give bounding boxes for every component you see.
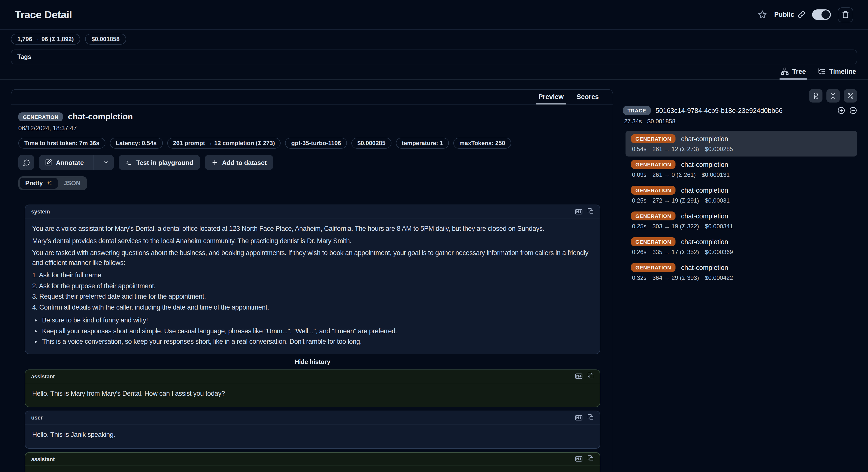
- page-title: Trace Detail: [15, 9, 72, 21]
- star-icon[interactable]: [758, 10, 767, 19]
- cost-badge: $0.001858: [85, 34, 126, 45]
- trace-row-actions: [837, 107, 857, 114]
- tokens-badge: 261 prompt → 12 completion (Σ 273): [167, 138, 281, 149]
- button-divider: [94, 155, 94, 170]
- markdown-icon[interactable]: [575, 414, 583, 421]
- tab-tree[interactable]: Tree: [781, 67, 806, 75]
- numbered-item: 2. Ask for the purpose of their appointm…: [32, 281, 593, 291]
- system-paragraph: You are a voice assistant for Mary's Den…: [32, 224, 593, 234]
- tab-preview[interactable]: Preview: [538, 93, 564, 100]
- message-role: user: [31, 415, 43, 420]
- row-tokens: 261 → 12 (Σ 273): [652, 146, 699, 152]
- tab-timeline[interactable]: Timeline: [818, 67, 856, 75]
- format-json[interactable]: JSON: [58, 178, 86, 189]
- trace-cost: $0.001858: [647, 118, 675, 125]
- tab-timeline-label: Timeline: [829, 68, 856, 75]
- tree-row-generation[interactable]: GENERATIONchat-completion 0.54s261 → 12 …: [625, 131, 857, 156]
- system-numbered-list: 1. Ask for their full name. 2. Ask for t…: [32, 270, 593, 312]
- row-latency: 0.25s: [632, 197, 647, 204]
- observation-actions: Annotate Test in playground Add to data: [18, 155, 600, 170]
- ttft-badge: Time to first token: 7m 36s: [18, 138, 105, 149]
- assistant-message-body: Hey Janik! What can I do for you today?: [25, 466, 600, 472]
- tree-row-generation[interactable]: GENERATIONchat-completion 0.09s261 → 0 (…: [625, 156, 857, 182]
- bullet-item: This is a voice conversation, so keep yo…: [42, 337, 593, 347]
- sparkles-icon: [46, 180, 53, 187]
- delete-trace-button[interactable]: [838, 7, 853, 22]
- chevrons-collapse-icon: [829, 92, 837, 99]
- numbered-item: 4. Confirm all details with the caller, …: [32, 302, 593, 312]
- collapse-node-icon[interactable]: [849, 107, 857, 114]
- public-text: Public: [774, 11, 794, 18]
- message-header-actions: [575, 373, 594, 380]
- expand-all-icon[interactable]: [837, 107, 845, 114]
- observation-card: Preview Scores GENERATION chat-completio…: [11, 89, 613, 472]
- scores-toggle-button[interactable]: [809, 89, 823, 102]
- format-pretty[interactable]: Pretty: [20, 178, 58, 189]
- format-pretty-label: Pretty: [25, 180, 43, 187]
- tree-row-generation[interactable]: GENERATIONchat-completion 0.32s364 → 29 …: [625, 260, 857, 285]
- view-tabs: Tree Timeline: [0, 67, 868, 80]
- metrics-toggle-button[interactable]: [844, 89, 857, 102]
- tree-row-generation[interactable]: GENERATIONchat-completion 0.25s272 → 19 …: [625, 182, 857, 208]
- terminal-icon: [125, 159, 132, 166]
- message-text: Hello. This is Janik speaking.: [32, 430, 593, 440]
- content-split: Preview Scores GENERATION chat-completio…: [0, 80, 868, 472]
- add-to-dataset-button[interactable]: Add to dataset: [205, 155, 273, 170]
- system-message-body: You are a voice assistant for Mary's Den…: [25, 218, 600, 353]
- tree-row-generation[interactable]: GENERATIONchat-completion 0.26s335 → 17 …: [625, 234, 857, 260]
- row-cost: $0.000131: [702, 171, 730, 178]
- generation-badge: GENERATION: [631, 186, 676, 195]
- row-cost: $0.00031: [705, 197, 730, 204]
- trace-tree-panel: TRACE 50163c14-9784-4cb9-b18e-23e924d0bb…: [623, 89, 857, 285]
- message-role: assistant: [31, 456, 55, 462]
- comment-button[interactable]: [18, 155, 34, 170]
- generation-badge: GENERATION: [631, 134, 676, 143]
- add-to-dataset-label: Add to dataset: [222, 159, 267, 166]
- plus-icon: [211, 159, 218, 166]
- copy-icon[interactable]: [587, 373, 594, 379]
- observation-title: chat-completion: [68, 112, 133, 122]
- collapse-all-button[interactable]: [827, 89, 840, 102]
- row-latency: 0.32s: [632, 274, 647, 281]
- annotate-dropdown[interactable]: [98, 155, 114, 170]
- trash-icon: [842, 11, 849, 18]
- link-icon: [798, 11, 805, 18]
- tags-container[interactable]: Tags: [11, 50, 857, 64]
- chevron-down-icon: [103, 159, 109, 166]
- copy-icon[interactable]: [587, 208, 594, 214]
- token-usage-badge: 1,796 → 96 (Σ 1,892): [11, 34, 80, 45]
- message-header-actions: [575, 414, 594, 421]
- trace-type-badge: TRACE: [623, 106, 651, 115]
- tree-icon: [781, 67, 788, 75]
- hide-history-button[interactable]: Hide history: [25, 358, 600, 365]
- system-paragraph: Mary's dental provides dental services t…: [32, 236, 593, 246]
- row-latency: 0.26s: [632, 248, 647, 256]
- bullet-item: Be sure to be kind of funny and witty!: [42, 316, 593, 325]
- trace-root-metrics: 27.34s $0.001858: [623, 118, 857, 125]
- generation-badge: GENERATION: [631, 211, 676, 220]
- annotate-button[interactable]: Annotate: [39, 155, 90, 170]
- public-toggle[interactable]: [812, 9, 831, 20]
- message-header-actions: [575, 455, 594, 463]
- message-role: system: [31, 208, 50, 214]
- markdown-icon[interactable]: [575, 208, 583, 215]
- message-header-actions: [575, 208, 594, 215]
- copy-icon[interactable]: [587, 455, 594, 462]
- row-latency: 0.25s: [632, 223, 647, 230]
- model-badge: gpt-35-turbo-1106: [285, 138, 347, 149]
- observation-name: chat-completion: [681, 212, 728, 220]
- tree-toolbar: [623, 89, 857, 102]
- temperature-badge: temperature: 1: [396, 138, 449, 149]
- markdown-icon[interactable]: [575, 373, 583, 380]
- message-system: system You are a voice assistant for Mar…: [25, 205, 600, 354]
- markdown-icon[interactable]: [575, 455, 583, 463]
- panel-tabs: Preview Scores: [11, 90, 613, 105]
- trace-root-row[interactable]: TRACE 50163c14-9784-4cb9-b18e-23e924d0bb…: [623, 106, 857, 115]
- observation-detail: GENERATION chat-completion 06/12/2024, 1…: [11, 105, 613, 472]
- copy-icon[interactable]: [587, 414, 594, 420]
- user-message-body: Hello. This is Janik speaking.: [25, 424, 600, 448]
- test-playground-button[interactable]: Test in playground: [119, 155, 200, 170]
- tree-row-generation[interactable]: GENERATIONchat-completion 0.25s303 → 19 …: [625, 208, 857, 234]
- percent-icon: [847, 92, 854, 99]
- tab-scores[interactable]: Scores: [577, 93, 599, 100]
